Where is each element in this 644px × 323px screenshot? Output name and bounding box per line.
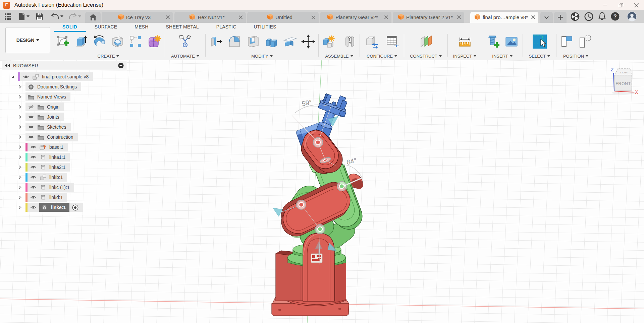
measure-icon[interactable] <box>458 34 472 50</box>
ribbon-tab-mesh[interactable]: MESH <box>126 23 157 32</box>
expand-toggle-icon[interactable] <box>17 135 23 139</box>
expand-toggle-icon[interactable] <box>17 165 23 169</box>
visibility-eye-icon[interactable] <box>30 185 37 189</box>
hole-icon[interactable] <box>110 34 125 50</box>
combine-icon[interactable] <box>264 34 279 50</box>
expand-toggle-icon[interactable] <box>9 75 16 78</box>
undo-caret-icon[interactable] <box>60 11 64 22</box>
revolve-icon[interactable] <box>92 34 107 50</box>
group-label-modify[interactable]: MODIFY <box>251 53 273 59</box>
expand-toggle-icon[interactable] <box>17 85 23 89</box>
minimize-icon[interactable] <box>598 0 613 10</box>
group-label-automate[interactable]: AUTOMATE <box>171 53 199 59</box>
visibility-eye-icon[interactable] <box>30 195 37 199</box>
visibility-eye-icon[interactable] <box>27 135 35 139</box>
user-avatar[interactable] <box>627 11 637 21</box>
visibility-eye-icon[interactable] <box>30 205 37 209</box>
ribbon-tab-surface[interactable]: SURFACE <box>86 23 126 32</box>
revert-position-icon[interactable] <box>577 34 592 50</box>
job-status-clock-icon[interactable] <box>584 12 593 21</box>
group-label-configure[interactable]: CONFIGURE <box>367 53 397 59</box>
expand-toggle-icon[interactable] <box>17 175 23 179</box>
configure-table-icon[interactable] <box>385 34 400 50</box>
visibility-eye-icon[interactable] <box>27 115 35 119</box>
expand-toggle-icon[interactable] <box>17 205 23 209</box>
tab-close-icon[interactable] <box>457 15 461 19</box>
file-menu-icon[interactable] <box>16 11 27 22</box>
shell-icon[interactable] <box>246 34 260 50</box>
expand-toggle-icon[interactable] <box>17 145 23 149</box>
insert-canvas-icon[interactable] <box>504 34 519 50</box>
tab-hex-nut[interactable]: Hex Nut v1* <box>174 12 246 23</box>
group-label-select[interactable]: SELECT <box>529 53 550 59</box>
browser-row-linkc[interactable]: linkc (1):1 <box>2 182 127 192</box>
expand-toggle-icon[interactable] <box>17 95 23 99</box>
browser-row-linke[interactable]: linke:1 <box>2 202 127 212</box>
help-icon[interactable]: ? <box>611 12 620 21</box>
browser-row-linka1[interactable]: linka1:1 <box>2 152 127 162</box>
browser-row-document-settings[interactable]: Document Settings <box>2 82 127 92</box>
browser-row-construction[interactable]: Construction <box>2 132 127 142</box>
workspace-selector[interactable]: DESIGN <box>5 27 50 53</box>
new-component-icon[interactable] <box>321 34 336 50</box>
redo-icon[interactable] <box>67 11 79 22</box>
close-icon[interactable] <box>629 0 644 10</box>
ribbon-tab-sheet-metal[interactable]: SHEET METAL <box>157 23 208 32</box>
visibility-eye-icon[interactable] <box>30 175 37 179</box>
pattern-icon[interactable] <box>128 34 143 50</box>
browser-row-linkd[interactable]: linkd:1 <box>2 192 127 202</box>
browser-row-origin[interactable]: Origin <box>2 102 127 112</box>
tab-planetary-gear-2[interactable]: Planetary Gear 2 v1* <box>393 12 464 23</box>
expand-toggle-icon[interactable] <box>17 105 23 109</box>
expand-toggle-icon[interactable] <box>17 115 23 119</box>
create-sketch-icon[interactable] <box>56 34 70 50</box>
browser-row-root[interactable]: final project sample v8 <box>2 72 127 82</box>
form-icon[interactable] <box>146 34 161 50</box>
tab-close-icon[interactable] <box>531 15 535 19</box>
split-body-icon[interactable] <box>282 34 297 50</box>
visibility-eye-icon[interactable] <box>22 75 30 79</box>
ribbon-tab-solid[interactable]: SOLID <box>54 23 86 32</box>
tab-close-icon[interactable] <box>312 15 315 19</box>
ribbon-tab-plastic[interactable]: PLASTIC <box>208 23 245 32</box>
tab-untitled[interactable]: Untitled <box>247 12 319 23</box>
move-copy-icon[interactable] <box>301 34 316 50</box>
tab-list-chevron-icon[interactable] <box>540 12 553 23</box>
home-tab[interactable] <box>85 12 101 23</box>
browser-row-base[interactable]: base:1 <box>2 142 127 152</box>
undo-icon[interactable] <box>49 11 61 22</box>
insert-fastener-icon[interactable] <box>486 34 501 50</box>
visibility-eye-off-icon[interactable] <box>27 105 35 109</box>
extrude-icon[interactable] <box>74 34 89 50</box>
group-label-inspect[interactable]: INSPECT <box>453 53 476 59</box>
visibility-eye-icon[interactable] <box>30 155 37 159</box>
save-icon[interactable] <box>34 11 45 22</box>
browser-row-joints[interactable]: Joints <box>2 112 127 122</box>
construct-plane-icon[interactable] <box>419 34 433 50</box>
configure-feature-icon[interactable] <box>364 34 379 50</box>
new-tab-plus-icon[interactable] <box>554 12 567 23</box>
browser-row-linka2[interactable]: linka2:1 <box>2 162 127 172</box>
expand-toggle-icon[interactable] <box>17 185 23 189</box>
maximize-icon[interactable] <box>613 0 629 10</box>
tab-final-project-sample[interactable]: final pro…ample v8* <box>470 12 538 23</box>
visibility-eye-icon[interactable] <box>30 145 37 149</box>
group-label-insert[interactable]: INSERT <box>492 53 512 59</box>
tab-close-icon[interactable] <box>384 15 388 19</box>
extensions-icon[interactable] <box>571 12 580 21</box>
browser-row-sketches[interactable]: Sketches <box>2 122 127 132</box>
select-icon[interactable] <box>532 34 547 51</box>
hide-panel-minus-icon[interactable] <box>118 63 124 68</box>
browser-header[interactable]: BROWSER <box>2 61 127 70</box>
visibility-eye-icon[interactable] <box>27 125 35 129</box>
capture-position-icon[interactable] <box>559 34 574 50</box>
fillet-icon[interactable] <box>227 34 242 50</box>
notifications-bell-icon[interactable] <box>598 12 606 21</box>
tab-close-icon[interactable] <box>166 15 170 19</box>
group-label-create[interactable]: CREATE <box>98 53 119 59</box>
expand-toggle-icon[interactable] <box>17 195 23 199</box>
tab-close-icon[interactable] <box>239 15 243 19</box>
ribbon-tab-utilities[interactable]: UTILITIES <box>245 23 285 32</box>
group-label-construct[interactable]: CONSTRUCT <box>410 53 442 59</box>
expand-toggle-icon[interactable] <box>17 155 23 159</box>
